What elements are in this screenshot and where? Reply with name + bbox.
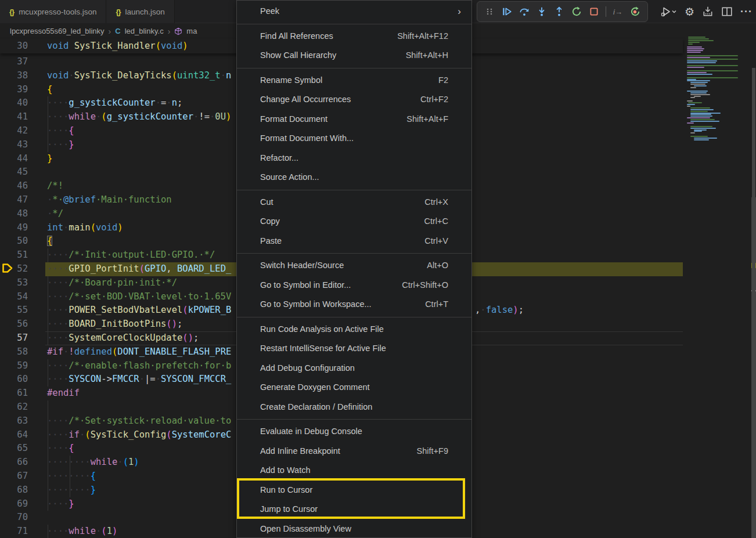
line-number[interactable]: 37 <box>0 55 28 69</box>
line-number[interactable]: 51 <box>0 248 28 262</box>
instruction-step-button[interactable]: i→ <box>611 5 625 19</box>
menu-item-refactor[interactable]: Refactor... <box>237 149 471 168</box>
line-number[interactable]: 43 <box>0 138 28 152</box>
line-number[interactable]: 38 <box>0 69 28 83</box>
context-menu-scrollbar[interactable] <box>752 68 755 538</box>
line-number[interactable]: 69 <box>0 497 28 511</box>
line-number[interactable]: 46 <box>0 179 28 193</box>
line-number[interactable]: 64 <box>0 428 28 442</box>
debug-stop-button[interactable] <box>587 5 601 19</box>
debug-continue-button[interactable] <box>500 5 514 19</box>
code-token: ) <box>112 526 117 536</box>
line-number[interactable]: 42 <box>0 124 28 138</box>
line-number[interactable]: 47 <box>0 193 28 207</box>
line-number[interactable]: 48 <box>0 207 28 221</box>
toolbar-gripper-icon[interactable] <box>483 5 496 19</box>
menu-item-paste[interactable]: PasteCtrl+V <box>237 232 471 251</box>
code-token: SysTick_Config <box>91 429 167 440</box>
tab-mcuxpresso-tools-json[interactable]: {} mcuxpresso-tools.json <box>0 0 106 23</box>
menu-item-label: Source Action... <box>260 168 319 187</box>
line-number[interactable]: 63 <box>0 414 28 428</box>
line-number[interactable]: 67 <box>0 470 28 483</box>
minimap-row <box>690 132 695 133</box>
menu-item-change-all-occurrences[interactable]: Change All OccurrencesCtrl+F2 <box>237 90 471 110</box>
menu-item-format-document[interactable]: Format DocumentShift+Alt+F <box>237 110 471 129</box>
debug-step-out-button[interactable] <box>552 5 566 19</box>
line-number[interactable]: 57 <box>0 331 28 345</box>
line-number[interactable]: 65 <box>0 442 28 456</box>
menu-item-create-declaration-definition[interactable]: Create Declaration / Definition <box>237 398 471 417</box>
line-number[interactable]: 55 <box>0 304 28 317</box>
menu-item-copy[interactable]: CopyCtrl+C <box>237 212 471 232</box>
breadcrumb-item-file[interactable]: led_blinky.c <box>125 27 164 35</box>
line-number[interactable]: 66 <box>0 456 28 470</box>
menu-item-add-to-watch[interactable]: Add to Watch <box>237 461 471 481</box>
menu-item-label: Restart IntelliSense for Active File <box>260 339 386 359</box>
tab-launch-json[interactable]: {} launch.json <box>106 0 174 23</box>
menu-item-run-code-analysis-on-active-file[interactable]: Run Code Analysis on Active File <box>237 320 471 340</box>
sticky-line-number: 30 <box>0 39 35 53</box>
line-number[interactable]: 58 <box>0 345 28 359</box>
line-number[interactable]: 61 <box>0 387 28 400</box>
menu-item-find-all-references[interactable]: Find All ReferencesShift+Alt+F12 <box>237 27 471 46</box>
menu-item-switch-header-source[interactable]: Switch Header/SourceAlt+O <box>237 256 471 276</box>
menu-item-restart-intellisense-for-active-file[interactable]: Restart IntelliSense for Active File <box>237 339 471 359</box>
debug-run-dropdown-button[interactable] <box>660 6 677 17</box>
debug-step-over-button[interactable] <box>517 5 531 19</box>
line-number[interactable]: 56 <box>0 317 28 331</box>
breadcrumb-item-project[interactable]: lpcxpresso55s69_led_blinky <box>10 27 105 35</box>
minimap-row <box>690 114 711 115</box>
menu-item-jump-to-cursor[interactable]: Jump to Cursor <box>237 500 471 519</box>
breadcrumb-item-symbol[interactable]: ma <box>186 27 197 35</box>
code-token: GPIO_PortInit <box>69 263 139 274</box>
line-number[interactable]: 41 <box>0 110 28 124</box>
debug-restart-button[interactable] <box>570 5 584 19</box>
code-token: defined <box>74 346 112 357</box>
code-token: ···· <box>47 277 69 288</box>
line-number[interactable]: 70 <box>0 511 28 525</box>
code-token: { <box>47 236 52 246</box>
menu-item-cut[interactable]: CutCtrl+X <box>237 193 471 212</box>
reset-device-button[interactable] <box>628 5 642 19</box>
line-number[interactable]: 54 <box>0 290 28 304</box>
line-number[interactable]: 59 <box>0 359 28 373</box>
minimap-row <box>687 72 707 73</box>
code-token: n <box>172 98 177 108</box>
line-number[interactable]: 50 <box>0 234 28 248</box>
minimap-row <box>690 87 696 88</box>
line-number[interactable]: 68 <box>0 483 28 497</box>
settings-gear-icon[interactable]: ⚙ <box>685 5 694 19</box>
flash-download-icon[interactable] <box>702 6 714 17</box>
line-number[interactable]: 62 <box>0 400 28 414</box>
minimap[interactable] <box>687 37 742 211</box>
line-number[interactable]: 49 <box>0 221 28 235</box>
more-actions-icon[interactable]: ··· <box>740 6 753 18</box>
line-number[interactable]: 53 <box>0 276 28 290</box>
debug-step-into-button[interactable] <box>535 5 549 19</box>
menu-item-format-document-with[interactable]: Format Document With... <box>237 129 471 149</box>
line-number[interactable]: 71 <box>0 525 28 538</box>
line-number[interactable]: 40 <box>0 96 28 110</box>
menu-item-source-action[interactable]: Source Action... <box>237 168 471 187</box>
menu-item-evaluate-in-debug-console[interactable]: Evaluate in Debug Console <box>237 422 471 442</box>
code-text: ·*·@brief·Main·function <box>47 193 172 207</box>
menu-item-generate-doxygen-comment[interactable]: Generate Doxygen Comment <box>237 378 471 398</box>
menu-item-open-disassembly-view[interactable]: Open Disassembly View <box>237 519 471 538</box>
split-editor-icon[interactable] <box>721 6 733 17</box>
minimap-row <box>690 82 708 83</box>
menu-item-show-call-hierarchy[interactable]: Show Call HierarchyShift+Alt+H <box>237 46 471 66</box>
menu-item-rename-symbol[interactable]: Rename SymbolF2 <box>237 71 471 91</box>
menu-item-go-to-symbol-in-editor[interactable]: Go to Symbol in Editor...Ctrl+Shift+O <box>237 276 471 295</box>
code-token: ···· <box>47 263 69 274</box>
menu-item-go-to-symbol-in-workspace[interactable]: Go to Symbol in Workspace...Ctrl+T <box>237 295 471 315</box>
code-token: ( <box>166 429 171 440</box>
menu-item-run-to-cursor[interactable]: Run to Cursor <box>237 481 471 500</box>
menu-item-add-inline-breakpoint[interactable]: Add Inline BreakpointShift+F9 <box>237 442 471 461</box>
line-number[interactable]: 44 <box>0 152 28 166</box>
menu-item-peek[interactable]: Peek› <box>237 2 471 21</box>
line-number[interactable]: 39 <box>0 83 28 97</box>
menu-item-add-debug-configuration[interactable]: Add Debug Configuration <box>237 359 471 378</box>
menu-item-label: Rename Symbol <box>260 71 322 91</box>
line-number[interactable]: 60 <box>0 373 28 387</box>
line-number[interactable]: 45 <box>0 165 28 179</box>
